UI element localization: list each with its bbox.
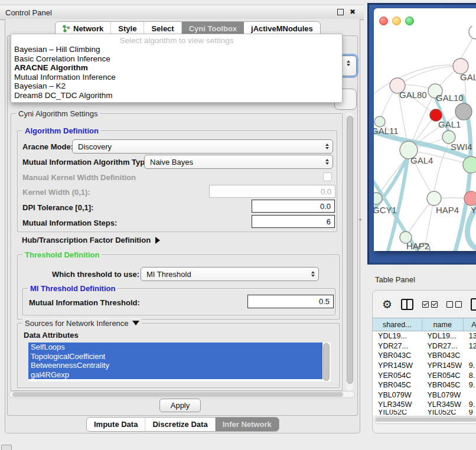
data-attributes-label: Data Attributes [24,331,79,340]
dropdown-item[interactable]: Bayesian – Hill Climbing [11,45,342,54]
list-item[interactable]: TopologicalCoefficient [28,352,322,361]
algorithm-dropdown-list: Select algorithm to view settings Bayesi… [11,34,343,103]
table-hscrollbar-track[interactable] [374,416,476,424]
table-hscrollbar-thumb[interactable] [376,418,476,422]
mi-type-label: Mutual Information Algorithm Type: [22,158,152,167]
node-label: GAL [460,72,476,82]
expand-right-icon [155,237,160,244]
dropdown-item-selected[interactable]: ARACNE Algorithm [11,63,342,73]
list-item[interactable]: SelfLoops [28,343,322,352]
algorithm-definition-title: Algorithm Definition [22,126,101,135]
table-row[interactable]: YDL19...YDL19...13 [373,331,476,341]
manual-kernel-checkbox[interactable] [323,172,332,181]
settings-vscrollbar-thumb[interactable] [347,116,353,384]
kernel-width-label: Kernel Width (0,1): [22,188,90,197]
table-row[interactable]: YBR043CYBR043C [373,351,476,361]
aracne-mode-combobox[interactable]: Discovery [72,139,333,154]
settings-hscrollbar-thumb[interactable] [12,392,343,397]
combo-spinner-icon [308,271,318,277]
network-canvas[interactable]: GAL GAL80 GAL10 GAL1 GAL11 SWI4 GAL4 GCY… [374,26,476,251]
which-threshold-combobox[interactable]: MI Threshold [141,267,319,281]
dropdown-item[interactable]: Mutual Information Inference [11,73,342,82]
corner-panel-icon[interactable] [1,445,12,450]
combo-spinner-icon [322,159,332,165]
mi-steps-label: Mutual Information Steps: [22,219,117,227]
dropdown-item[interactable]: Basic Correlation Inference [11,54,342,64]
column-header-partial[interactable]: A [464,318,476,331]
tab-impute-data[interactable]: Impute Data [87,418,145,431]
manual-kernel-label: Manual Kernel Width Definition [22,173,136,182]
list-item[interactable]: BetweennessCentrality [28,361,322,370]
network-icon [63,25,70,32]
mi-threshold-group: MI Threshold Definition Mutual Informati… [22,288,335,315]
file-icon[interactable] [471,298,476,311]
node-label: GCY1 [374,205,397,215]
cyni-bottom-tabs: Impute Data Discretize Data Infer Networ… [86,417,279,432]
mi-type-combobox[interactable]: Naive Bayes [144,155,333,169]
sources-title-row[interactable]: Sources for Network Inference [22,319,142,328]
table-panel-box: ⚙ shared... name A YDL19...YDL19...13 YD… [372,290,476,433]
cyni-settings-title: Cyni Algorithm Settings [16,109,100,118]
tab-infer-network[interactable]: Infer Network [216,418,279,431]
node-label: GAL11 [374,126,399,136]
collapse-down-icon [132,321,139,325]
table-panel-titlebar: Table Panel [367,270,476,288]
node-table: shared... name A YDL19...YDL19...13 YDR2… [373,318,476,415]
mi-threshold-title: MI Threshold Definition [28,284,118,293]
threshold-definition-title: Threshold Definition [22,250,102,259]
mac-window-controls [379,17,414,25]
float-icon[interactable] [337,9,344,15]
table-row[interactable]: YPR145WYPR145W9. [373,361,476,371]
gear-icon[interactable]: ⚙ [382,299,392,310]
table-row-partial[interactable]: YIL052CYIL052C9 [373,410,476,415]
mi-threshold-input[interactable]: 0.5 [247,295,334,308]
data-attributes-list[interactable]: SelfLoops TopologicalCoefficient Between… [28,343,331,381]
tab-network-label: Network [73,24,103,33]
table-row[interactable]: YER054CYER054C8. [373,370,476,380]
node-label: GAL1 [438,119,461,129]
checked-columns-icon[interactable] [422,301,438,308]
split-view-icon[interactable] [401,299,413,310]
tab-discretize-data[interactable]: Discretize Data [145,418,215,431]
close-icon[interactable]: ✖ [350,8,356,15]
settings-hscrollbar-track[interactable] [9,391,355,398]
list-item[interactable]: gal4RGexp [28,370,322,380]
table-row[interactable]: YLR345WYLR345W9. [373,400,476,410]
sources-group: Sources for Network Inference Data Attri… [17,323,340,388]
dpi-tolerance-input[interactable]: 0.0 [252,200,335,213]
table-header-row: shared... name A [373,318,476,331]
table-row[interactable]: YBL079WYBL079W [373,390,476,400]
settings-vscrollbar-track[interactable] [346,112,353,391]
inference-algorithm-combobox-partial[interactable] [340,56,357,76]
unchecked-columns-icon[interactable] [446,301,462,308]
list-vscrollbar-thumb[interactable] [323,343,330,381]
dropdown-placeholder: Select algorithm to view settings [11,34,342,45]
node-label: HAP2 [406,241,429,251]
dropdown-item[interactable]: Bayesian – K2 [11,81,342,91]
dpi-tolerance-label: DPI Tolerance [0,1]: [22,203,93,212]
node-label: HAP4 [436,205,459,215]
column-header-shared-name[interactable]: shared... [373,318,422,331]
mac-close-icon[interactable] [379,17,388,25]
screen: Control Panel ✖ Network Style Select Cyn… [0,0,476,450]
dropdown-item[interactable]: Dream8 DC_TDC Algorithm [11,91,342,100]
table-row[interactable]: YDR27...YDR27...12 [373,341,476,351]
column-header-name[interactable]: name [422,318,464,331]
aracne-mode-label: Aracne Mode: [22,142,73,151]
mi-steps-input[interactable]: 6 [252,215,335,228]
table-toolbar: ⚙ [373,291,476,318]
combo-spinner-icon [322,144,332,149]
node-label: SWI4 [451,142,472,152]
apply-button[interactable]: Apply [159,399,201,412]
mac-zoom-icon[interactable] [405,17,414,25]
kernel-width-input[interactable]: 0.0 [209,185,335,198]
splitter-collapse-icon[interactable]: ◂ [358,216,361,222]
table-row[interactable]: YBR045CYBR045C9. [373,380,476,390]
mi-threshold-label: Mutual Information Threshold: [29,298,140,307]
table-panel-title: Table Panel [375,275,415,284]
node-label: GAL80 [399,90,427,100]
node-label: GAL10 [436,93,464,103]
hub-definition-expander[interactable]: Hub/Transcription Factor Definition [22,234,160,245]
network-window[interactable]: GAL GAL80 GAL10 GAL1 GAL11 SWI4 GAL4 GCY… [374,8,476,251]
mac-minimize-icon[interactable] [392,17,401,25]
